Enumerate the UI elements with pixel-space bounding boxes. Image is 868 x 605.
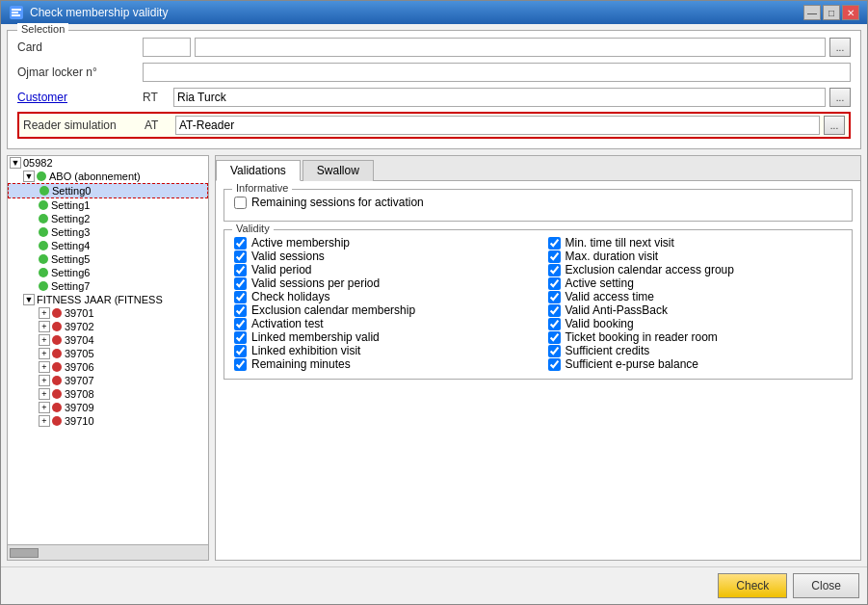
expand-39702[interactable]: + <box>39 321 50 332</box>
tree-item-setting4[interactable]: Setting4 <box>8 239 208 252</box>
epurse-balance-checkbox[interactable] <box>548 358 561 371</box>
tree-label-39707: 39707 <box>65 375 94 386</box>
exclusion-calendar-membership-label: Exclusion calendar membership <box>251 303 415 317</box>
tree-item-39701[interactable]: + 39701 <box>8 306 208 320</box>
card-browse-button[interactable]: ... <box>829 38 851 57</box>
tree-item-setting7[interactable]: Setting7 <box>8 279 208 293</box>
expand-39706[interactable]: + <box>39 361 50 373</box>
valid-sessions-checkbox[interactable] <box>234 250 247 263</box>
main-content: Selection Card ... Ojmar locker n° Cus <box>1 24 867 566</box>
linked-membership-checkbox[interactable] <box>234 331 247 344</box>
tree-item-39704[interactable]: + 39704 <box>8 333 208 347</box>
card-input-2[interactable] <box>195 38 826 57</box>
sufficient-credits-checkbox[interactable] <box>548 345 561 357</box>
max-duration-checkbox[interactable] <box>548 250 561 263</box>
39705-dot <box>52 349 62 358</box>
tree-label-39708: 39708 <box>65 388 94 400</box>
tree-item-39709[interactable]: + 39709 <box>8 401 208 414</box>
tree-item-05982[interactable]: ▼ 05982 <box>8 156 208 170</box>
minimize-button[interactable]: — <box>803 5 821 20</box>
expand-39710[interactable]: + <box>39 415 50 427</box>
max-duration-label: Max. duration visit <box>566 250 659 263</box>
tree-item-39705[interactable]: + 39705 <box>8 347 208 360</box>
expand-39701[interactable]: + <box>39 307 50 319</box>
valid-booking-checkbox[interactable] <box>548 318 561 330</box>
activation-test-checkbox[interactable] <box>234 318 247 330</box>
expand-39708[interactable]: + <box>39 388 50 400</box>
check-button[interactable]: Check <box>718 573 787 598</box>
tree-item-39708[interactable]: + 39708 <box>8 387 208 401</box>
selection-legend: Selection <box>17 23 68 35</box>
exclusion-calendar-membership-checkbox[interactable] <box>234 304 247 317</box>
check-holidays-checkbox[interactable] <box>234 291 247 303</box>
tree-item-abo[interactable]: ▼ ABO (abonnement) <box>8 170 208 183</box>
reader-input[interactable] <box>175 116 820 135</box>
tree-item-setting3[interactable]: Setting3 <box>8 225 208 239</box>
tree-item-setting6[interactable]: Setting6 <box>8 266 208 279</box>
card-input-1[interactable] <box>143 38 191 57</box>
customer-input[interactable] <box>173 88 826 107</box>
tree-item-39707[interactable]: + 39707 <box>8 374 208 387</box>
expand-fitness[interactable]: ▼ <box>23 294 35 305</box>
expand-abo[interactable]: ▼ <box>23 171 35 182</box>
tree-label-setting4: Setting4 <box>51 240 90 251</box>
validity-section: Validity Active membership Valid <box>224 229 853 380</box>
customer-browse-button[interactable]: ... <box>829 88 851 107</box>
39710-dot <box>52 416 62 426</box>
validity-legend: Validity <box>232 223 274 234</box>
anti-passback-checkbox[interactable] <box>548 304 561 317</box>
tree-item-39702[interactable]: + 39702 <box>8 320 208 333</box>
active-setting-checkbox[interactable] <box>548 277 561 290</box>
expand-39705[interactable]: + <box>39 348 50 359</box>
close-window-button[interactable]: ✕ <box>842 5 859 20</box>
sufficient-credits-label: Sufficient credits <box>566 344 650 357</box>
tree-horizontal-scrollbar[interactable] <box>8 544 208 560</box>
expand-05982[interactable]: ▼ <box>10 157 21 169</box>
remaining-sessions-row: Remaining sessions for activation <box>234 196 842 209</box>
validity-right-col: Min. time till next visit Max. duration … <box>548 236 843 371</box>
tab-swallow[interactable]: Swallow <box>302 160 374 181</box>
setting2-dot <box>39 214 48 224</box>
validity-grid: Active membership Valid sessions Valid p… <box>234 236 842 371</box>
39708-dot <box>52 389 62 399</box>
tree-label-fitness: FITNESS JAAR (FITNESS <box>37 294 163 305</box>
remaining-minutes-checkbox[interactable] <box>234 358 247 371</box>
scrollbar-thumb[interactable] <box>10 548 39 558</box>
min-time-checkbox[interactable] <box>548 237 561 250</box>
tree-item-setting0[interactable]: Setting0 <box>8 183 208 198</box>
active-membership-checkbox[interactable] <box>234 237 247 250</box>
valid-access-time-checkbox[interactable] <box>548 291 561 303</box>
sessions-per-period-checkbox[interactable] <box>234 277 247 290</box>
reader-browse-button[interactable]: ... <box>824 116 845 135</box>
maximize-button[interactable]: □ <box>823 5 840 20</box>
validity-anti-passback: Valid Anti-PassBack <box>548 303 843 317</box>
abo-dot <box>37 171 46 181</box>
card-field-group: ... <box>143 38 851 57</box>
tree-item-setting2[interactable]: Setting2 <box>8 212 208 225</box>
tree-item-setting1[interactable]: Setting1 <box>8 198 208 212</box>
tree-item-39710[interactable]: + 39710 <box>8 414 208 428</box>
remaining-sessions-checkbox[interactable] <box>234 197 247 209</box>
linked-exhibition-checkbox[interactable] <box>234 345 247 357</box>
tree-scroll[interactable]: ▼ 05982 ▼ ABO (abonnement) Setting0 <box>8 156 208 544</box>
validity-linked-exhibition: Linked exhibition visit <box>234 344 529 357</box>
tree-label-39701: 39701 <box>65 307 94 319</box>
tree-item-setting5[interactable]: Setting5 <box>8 252 208 266</box>
locker-input[interactable] <box>143 63 851 82</box>
exclusion-calendar-access-label: Exclusion calendar access group <box>566 263 734 276</box>
tab-validations[interactable]: Validations <box>216 160 301 181</box>
expand-39707[interactable]: + <box>39 375 50 386</box>
tree-item-fitness[interactable]: ▼ FITNESS JAAR (FITNESS <box>8 293 208 306</box>
expand-39709[interactable]: + <box>39 402 50 413</box>
expand-39704[interactable]: + <box>39 334 50 346</box>
ticket-booking-checkbox[interactable] <box>548 331 561 344</box>
valid-period-checkbox[interactable] <box>234 264 247 276</box>
tree-label-setting5: Setting5 <box>51 253 90 265</box>
customer-label[interactable]: Customer <box>17 91 143 104</box>
close-button[interactable]: Close <box>793 573 859 598</box>
validity-valid-access-time: Valid access time <box>548 290 843 303</box>
exclusion-calendar-access-checkbox[interactable] <box>548 264 561 276</box>
selection-fieldset: Selection Card ... Ojmar locker n° Cus <box>7 30 861 149</box>
tree-item-39706[interactable]: + 39706 <box>8 360 208 374</box>
tree-label-setting2: Setting2 <box>51 213 90 224</box>
